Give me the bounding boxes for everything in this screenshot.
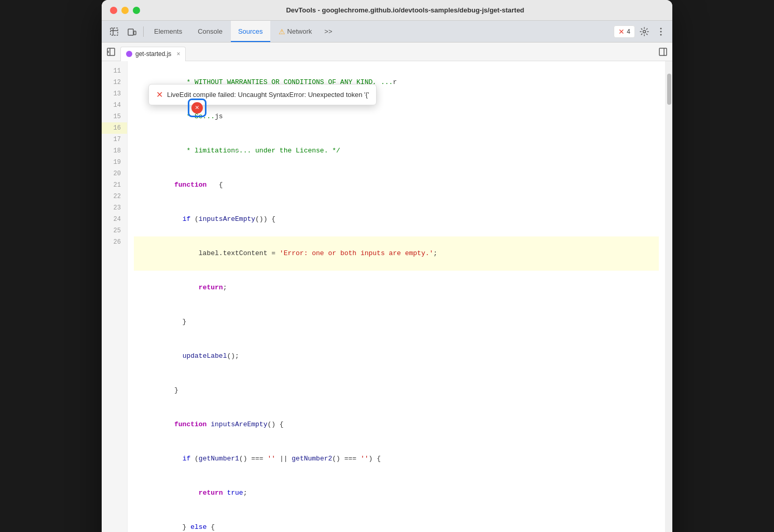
line-num-15: 15 (102, 111, 127, 122)
svg-rect-2 (134, 31, 136, 35)
panel-toggle-button[interactable] (656, 45, 670, 59)
line-num-19: 19 (102, 157, 127, 168)
window-title: DevTools - googlechrome.github.io/devtoo… (146, 6, 664, 14)
svg-rect-1 (128, 29, 133, 35)
error-badge[interactable]: ✕ 4 (614, 25, 635, 38)
title-bar: DevTools - googlechrome.github.io/devtoo… (102, 0, 672, 21)
svg-rect-0 (110, 28, 118, 35)
code-line-23: return true; (134, 476, 659, 510)
file-tabs-bar: get-started.js × (102, 43, 672, 61)
more-options-button[interactable] (654, 24, 668, 39)
line-num-22: 22 (102, 191, 127, 202)
file-tabs-right (656, 45, 670, 59)
code-line-17: return; (134, 271, 659, 305)
file-tab-label: get-started.js (135, 50, 171, 58)
vertical-scrollbar-thumb[interactable] (667, 74, 671, 105)
traffic-lights (110, 7, 140, 14)
line-num-14: 14 (102, 100, 127, 111)
line-num-13: 13 (102, 88, 127, 100)
tab-console[interactable]: Console (190, 21, 230, 42)
svg-point-5 (660, 31, 662, 32)
tab-network[interactable]: ⚠ Network (271, 21, 320, 42)
minimize-button[interactable] (121, 7, 129, 14)
line-num-18: 18 (102, 145, 127, 157)
close-button[interactable] (110, 7, 117, 14)
svg-point-4 (660, 27, 662, 29)
line-num-23: 23 (102, 202, 127, 214)
line-num-11: 11 (102, 65, 127, 77)
error-tooltip: ✕ LiveEdit compile failed: Uncaught Synt… (148, 84, 377, 105)
code-line-24: } else { (134, 510, 659, 532)
line-num-17: 17 (102, 134, 127, 145)
line-num-16: 16 (102, 122, 127, 134)
error-cursor-indicator: ✕ (188, 99, 206, 117)
vertical-scrollbar[interactable] (665, 61, 672, 532)
tab-separator-1 (143, 26, 144, 37)
tabs-right-section: ✕ 4 (614, 24, 668, 39)
device-toolbar-icon[interactable] (123, 23, 140, 40)
error-icon: ✕ (618, 27, 625, 36)
line-num-12: 12 (102, 77, 127, 88)
code-line-20: } (134, 373, 659, 408)
svg-point-6 (660, 34, 662, 35)
error-cursor-icon: ✕ (191, 102, 203, 114)
code-line-21: function inputsAreEmpty() { (134, 408, 659, 442)
maximize-button[interactable] (133, 7, 140, 14)
inspect-element-icon[interactable] (106, 23, 122, 40)
more-tabs-button[interactable]: >> (320, 25, 336, 37)
tooltip-error-icon: ✕ (156, 90, 163, 100)
code-line-22: if (getNumber1() === '' || getNumber2() … (134, 442, 659, 476)
line-num-25: 25 (102, 225, 127, 236)
sidebar-toggle-button[interactable] (104, 45, 118, 59)
line-num-20: 20 (102, 168, 127, 179)
settings-button[interactable] (637, 24, 652, 39)
tab-elements[interactable]: Elements (147, 21, 189, 42)
line-num-24: 24 (102, 214, 127, 225)
code-line-15: if (inputsAreEmpty()) { (134, 202, 659, 236)
code-editor-area: ✕ LiveEdit compile failed: Uncaught Synt… (102, 61, 672, 532)
error-count: 4 (627, 28, 630, 35)
line-numbers: 11 12 13 14 15 16 17 18 19 20 21 22 23 2… (102, 61, 128, 532)
tab-sources[interactable]: Sources (231, 21, 270, 42)
code-editor[interactable]: 11 12 13 14 15 16 17 18 19 20 21 22 23 2… (102, 61, 672, 532)
file-tab-get-started-js[interactable]: get-started.js × (120, 47, 186, 61)
code-line-16: label.textContent = 'Error: one or both … (134, 236, 659, 271)
code-content[interactable]: ✕ * WITHOUT WARRANTIES OR CONDITIONS OF … (128, 61, 665, 532)
file-tab-close-button[interactable]: × (176, 50, 180, 58)
code-line-13: * limitations... under the License. */ (134, 134, 659, 168)
code-line-19: updateLabel(); (134, 339, 659, 373)
code-line-14: function { (134, 168, 659, 202)
svg-rect-8 (659, 48, 667, 55)
line-num-21: 21 (102, 179, 127, 191)
svg-rect-7 (107, 48, 115, 55)
code-line-18: } (134, 305, 659, 339)
file-type-icon (126, 51, 132, 57)
devtools-window: DevTools - googlechrome.github.io/devtoo… (102, 0, 672, 532)
tooltip-message: LiveEdit compile failed: Uncaught Syntax… (167, 91, 369, 99)
warning-icon: ⚠ (279, 27, 285, 36)
svg-point-3 (643, 30, 646, 33)
line-num-26: 26 (102, 236, 127, 248)
devtools-tabs-bar: Elements Console Sources ⚠ Network >> ✕ … (102, 21, 672, 43)
